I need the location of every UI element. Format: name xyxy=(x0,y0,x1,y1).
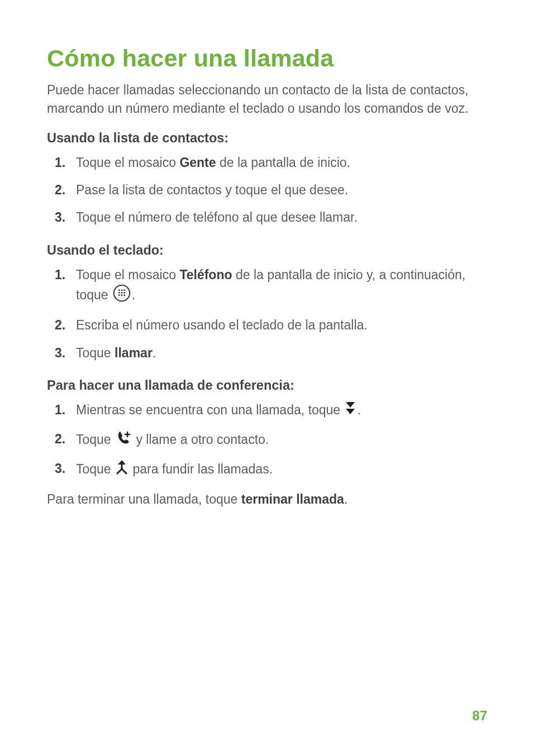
list-item: Escriba el número usando el teclado de l… xyxy=(70,316,488,334)
step-text: Escriba el número usando el teclado de l… xyxy=(76,318,368,332)
svg-rect-7 xyxy=(118,295,120,296)
svg-rect-4 xyxy=(118,292,120,294)
bold-text: Gente xyxy=(179,155,216,170)
svg-rect-2 xyxy=(121,290,123,291)
svg-marker-10 xyxy=(346,402,355,408)
step-text: para fundir las llamadas. xyxy=(129,462,273,476)
step-text: . xyxy=(132,288,135,302)
double-triangle-down-icon xyxy=(345,401,356,420)
list-item: Toque y llame a otro contacto. xyxy=(70,430,488,451)
svg-rect-8 xyxy=(121,295,123,296)
svg-rect-9 xyxy=(123,295,125,296)
svg-rect-3 xyxy=(123,290,125,291)
step-text: Toque xyxy=(76,346,115,360)
list-item: Toque el mosaico Teléfono de la pantalla… xyxy=(70,266,488,308)
step-text: Toque el mosaico xyxy=(76,267,179,282)
closing-text: Para terminar una llamada, toque xyxy=(47,492,241,506)
step-text: Toque xyxy=(76,462,115,476)
page-title: Cómo hacer una llamada xyxy=(47,45,488,72)
step-text: de la pantalla de inicio. xyxy=(216,155,350,170)
step-text: Mientras se encuentra con una llamada, t… xyxy=(76,403,344,417)
svg-rect-5 xyxy=(121,292,123,294)
section-heading-keypad: Usando el teclado: xyxy=(47,243,488,258)
section-heading-conference: Para hacer una llamada de conferencia: xyxy=(47,378,488,393)
step-text: Pase la lista de contactos y toque el qu… xyxy=(76,183,348,197)
list-item: Mientras se encuentra con una llamada, t… xyxy=(70,401,488,421)
intro-paragraph: Puede hacer llamadas seleccionando un co… xyxy=(47,81,488,118)
list-item: Toque el número de teléfono al que desee… xyxy=(70,208,488,227)
step-text: Toque el número de teléfono al que desee… xyxy=(76,210,358,224)
bold-text: llamar xyxy=(115,346,153,360)
steps-keypad: Toque el mosaico Teléfono de la pantalla… xyxy=(47,266,488,362)
svg-rect-1 xyxy=(118,290,120,291)
page-number: 87 xyxy=(472,708,487,724)
step-text: . xyxy=(357,403,360,417)
list-item: Toque para fundir las llamadas. xyxy=(70,460,488,480)
list-item: Toque el mosaico Gente de la pantalla de… xyxy=(70,154,488,172)
bold-text: Teléfono xyxy=(179,267,232,282)
closing-text: . xyxy=(344,492,348,506)
step-text: y llame a otro contacto. xyxy=(132,432,269,446)
dialpad-icon xyxy=(113,284,131,307)
steps-conference: Mientras se encuentra con una llamada, t… xyxy=(47,401,488,480)
page: Cómo hacer una llamada Puede hacer llama… xyxy=(0,0,533,756)
list-item: Pase la lista de contactos y toque el qu… xyxy=(70,181,488,199)
bold-text: terminar llamada xyxy=(241,492,344,506)
step-text: Toque el mosaico xyxy=(76,155,179,170)
merge-calls-icon xyxy=(116,460,128,480)
closing-paragraph: Para terminar una llamada, toque termina… xyxy=(47,490,488,509)
steps-contacts: Toque el mosaico Gente de la pantalla de… xyxy=(47,154,488,227)
list-item: Toque llamar. xyxy=(70,344,488,362)
step-text: Toque xyxy=(76,432,115,446)
svg-marker-11 xyxy=(346,409,355,414)
add-call-icon xyxy=(116,430,131,451)
step-text: . xyxy=(153,346,156,360)
section-heading-contacts: Usando la lista de contactos: xyxy=(47,131,488,146)
svg-rect-6 xyxy=(123,292,125,294)
